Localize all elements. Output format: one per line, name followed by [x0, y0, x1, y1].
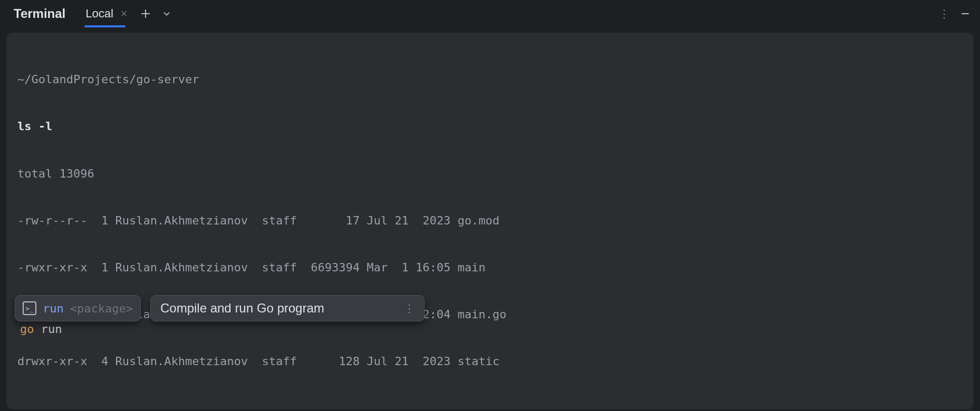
- completion-keyword: run: [43, 302, 64, 315]
- command-text: ls -l: [17, 119, 963, 134]
- output-line: total 13096: [17, 166, 963, 182]
- minimize-icon[interactable]: [955, 3, 976, 24]
- more-icon[interactable]: ⋮: [404, 306, 415, 310]
- completion-item[interactable]: >_ run <package>: [15, 295, 141, 321]
- output-line: drwxr-xr-x 4 Ruslan.Akhmetzianov staff 1…: [17, 354, 963, 369]
- tab-local[interactable]: Local ×: [75, 0, 134, 27]
- completion-description: Compile and run Go program ⋮: [150, 295, 425, 321]
- output-line: -rw-r--r-- 1 Ruslan.Akhmetzianov staff 1…: [17, 213, 963, 229]
- completion-description-text: Compile and run Go program: [160, 301, 324, 316]
- tool-window-title: Terminal: [4, 6, 75, 21]
- terminal-body: ~/GolandProjects/go-server ls -l total 1…: [0, 27, 980, 411]
- cwd-path: ~/GolandProjects/go-server: [17, 72, 963, 87]
- completion-popup: >_ run <package> Compile and run Go prog…: [15, 295, 425, 321]
- prompt-token: run: [41, 322, 62, 336]
- terminal-header: Terminal Local × ⋮: [0, 0, 980, 27]
- chevron-down-icon[interactable]: [156, 3, 177, 24]
- tab-label: Local: [85, 7, 113, 21]
- prompt-input[interactable]: go run: [20, 322, 62, 336]
- prompt-token: go: [20, 322, 34, 336]
- terminal-icon: >_: [23, 301, 36, 315]
- more-options-icon[interactable]: ⋮: [934, 3, 955, 24]
- command-block[interactable]: ~/GolandProjects/go-server ls -l total 1…: [6, 33, 974, 409]
- new-tab-button[interactable]: [135, 3, 156, 24]
- output-line: -rwxr-xr-x 1 Ruslan.Akhmetzianov staff 6…: [17, 260, 963, 276]
- close-icon[interactable]: ×: [121, 8, 128, 19]
- completion-arg-hint: <package>: [70, 302, 133, 315]
